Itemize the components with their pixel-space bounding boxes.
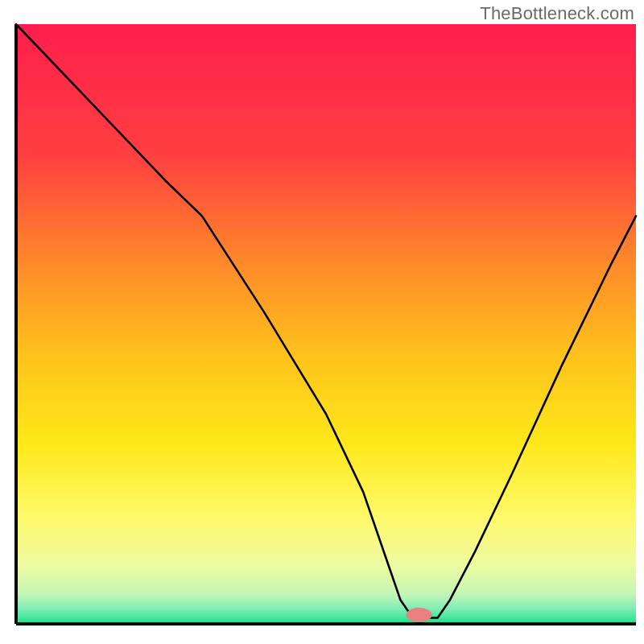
watermark-text: TheBottleneck.com (480, 3, 634, 24)
plot-background (16, 24, 636, 624)
chart-container: { "watermark": "TheBottleneck.com", "cha… (0, 0, 644, 644)
bottleneck-chart (0, 0, 644, 644)
optimum-marker (407, 608, 432, 622)
